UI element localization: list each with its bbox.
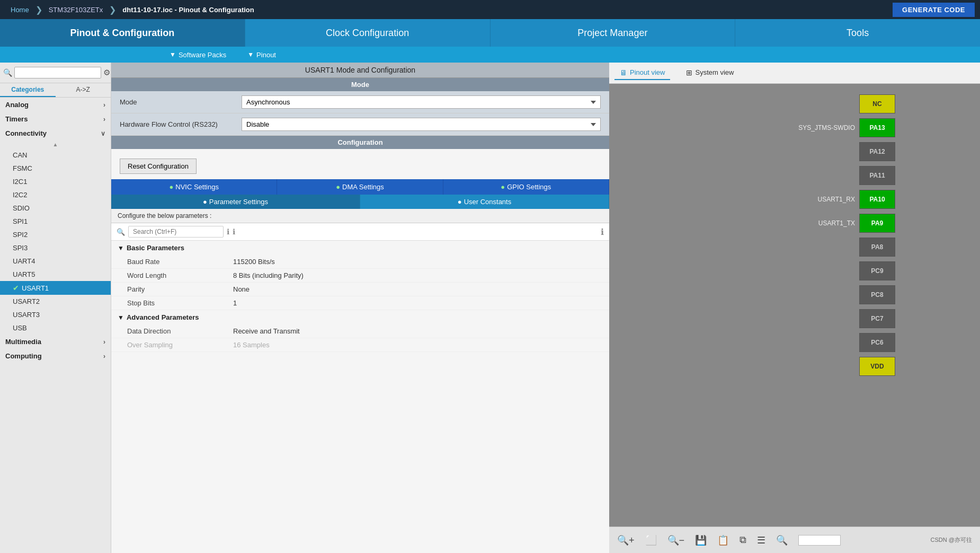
pin-nc[interactable]: NC xyxy=(855,94,895,113)
sidebar-section-multimedia[interactable]: Multimedia › xyxy=(0,335,111,349)
layout-button[interactable]: 📋 xyxy=(717,534,729,546)
pin-pa12[interactable]: PA12 xyxy=(855,142,895,161)
sidebar-item-sdio[interactable]: SDIO xyxy=(0,201,111,215)
pin-pc7[interactable]: PC7 xyxy=(855,309,895,328)
hardware-flow-select[interactable]: Disable CTS Only RTS Only xyxy=(242,118,601,131)
zoom-in-button[interactable]: 🔍+ xyxy=(617,534,635,546)
check-icon-params: ● xyxy=(203,198,207,206)
generate-code-button[interactable]: GENERATE CODE xyxy=(893,3,975,17)
breadcrumb-home[interactable]: Home xyxy=(5,4,34,16)
sidebar-item-uart5[interactable]: UART5 xyxy=(0,268,111,281)
pinout-search-input[interactable] xyxy=(798,535,841,546)
sidebar-item-usb[interactable]: USB xyxy=(0,321,111,335)
pin-pa9[interactable]: USART1_TX PA9 xyxy=(818,214,895,233)
breadcrumb-sep-2: ❯ xyxy=(109,5,116,15)
tab-nvic-settings[interactable]: ● NVIC Settings xyxy=(111,179,277,195)
sidebar-item-fsmc[interactable]: FSMC xyxy=(0,162,111,175)
pin-vdd[interactable]: VDD xyxy=(855,357,895,376)
list-button[interactable]: ☰ xyxy=(757,534,765,546)
mode-select[interactable]: Asynchronous Disable Synchronous xyxy=(242,95,601,109)
tab-dma-settings[interactable]: ● DMA Settings xyxy=(277,179,443,195)
sidebar-section-connectivity[interactable]: Connectivity ∨ xyxy=(0,126,111,141)
breadcrumb-mcu[interactable]: STM32F103ZETx xyxy=(43,4,109,16)
pin-pc8-box[interactable]: PC8 xyxy=(859,285,895,304)
sidebar-item-can[interactable]: CAN xyxy=(0,148,111,162)
sidebar-item-usart3[interactable]: USART3 xyxy=(0,308,111,321)
pin-pa9-box[interactable]: PA9 xyxy=(859,214,895,233)
fit-view-button[interactable]: ⬜ xyxy=(645,534,657,546)
advanced-params-label: Advanced Parameters xyxy=(127,313,199,321)
tab-dma-label: DMA Settings xyxy=(342,183,384,191)
sidebar-section-computing-label: Computing xyxy=(5,352,42,360)
content-area: 🔍 ⚙ Categories A->Z Analog › Timers › Co… xyxy=(0,63,980,553)
info-icon-2[interactable]: ℹ xyxy=(233,227,235,236)
sidebar-item-usart1[interactable]: ✔ USART1 xyxy=(0,281,111,295)
sub-tab-software-packs-label: Software Packs xyxy=(179,51,226,59)
pin-pa10-box[interactable]: PA10 xyxy=(859,190,895,209)
mode-section: Mode Mode Asynchronous Disable Synchrono… xyxy=(111,78,609,136)
sidebar-item-i2c2[interactable]: I2C2 xyxy=(0,188,111,201)
word-length-label: Word Length xyxy=(127,271,233,279)
pin-pa13[interactable]: SYS_JTMS-SWDIO PA13 xyxy=(798,118,895,137)
pinout-canvas: NC SYS_JTMS-SWDIO PA13 PA12 PA11 USART1_… xyxy=(609,84,980,526)
pin-pc9-box[interactable]: PC9 xyxy=(859,261,895,280)
data-direction-label: Data Direction xyxy=(127,327,233,335)
sidebar-item-spi2[interactable]: SPI2 xyxy=(0,228,111,241)
pinout-view-icon: 🖥 xyxy=(620,68,627,77)
sub-tab-pinout[interactable]: ▼ Pinout xyxy=(237,47,287,63)
tab-pinout-configuration[interactable]: Pinout & Configuration xyxy=(0,19,245,47)
reset-configuration-button[interactable]: Reset Configuration xyxy=(120,159,197,174)
split-button[interactable]: ⧉ xyxy=(740,534,746,546)
tab-gpio-settings[interactable]: ● GPIO Settings xyxy=(443,179,609,195)
sidebar-tab-categories[interactable]: Categories xyxy=(0,83,56,97)
pin-pa11[interactable]: PA11 xyxy=(855,166,895,185)
sidebar-search-input[interactable] xyxy=(14,67,101,78)
sidebar-section-analog[interactable]: Analog › xyxy=(0,98,111,112)
basic-params-header[interactable]: ▼ Basic Parameters xyxy=(111,241,609,255)
sidebar-item-spi1[interactable]: SPI1 xyxy=(0,215,111,228)
sub-tab-software-packs[interactable]: ▼ Software Packs xyxy=(159,47,237,63)
tab-user-constants[interactable]: ● User Constants xyxy=(360,195,609,209)
params-search-input[interactable] xyxy=(128,226,224,238)
info-icon-right[interactable]: ℹ xyxy=(601,227,604,237)
pin-pc7-box[interactable]: PC7 xyxy=(859,309,895,328)
stop-bits-label: Stop Bits xyxy=(127,299,233,307)
zoom-out-button[interactable]: 🔍− xyxy=(667,534,685,546)
sidebar-section-multimedia-label: Multimedia xyxy=(5,338,41,346)
pin-pa8[interactable]: PA8 xyxy=(855,238,895,257)
pin-pa11-box[interactable]: PA11 xyxy=(859,166,895,185)
param-row-stop-bits: Stop Bits 1 xyxy=(111,296,609,310)
pin-vdd-box[interactable]: VDD xyxy=(859,357,895,376)
pin-pc6-box[interactable]: PC6 xyxy=(859,333,895,352)
pin-nc-box[interactable]: NC xyxy=(859,94,895,113)
search-icon-bottom[interactable]: 🔍 xyxy=(776,534,788,546)
tab-tools[interactable]: Tools xyxy=(735,19,980,47)
system-view-button[interactable]: ⊞ System view xyxy=(681,66,739,80)
tab-parameter-settings[interactable]: ● Parameter Settings xyxy=(111,195,360,209)
advanced-params-header[interactable]: ▼ Advanced Parameters xyxy=(111,310,609,324)
pin-pa10[interactable]: USART1_RX PA10 xyxy=(818,190,895,209)
pin-pc9[interactable]: PC9 xyxy=(855,261,895,280)
pin-pa12-box[interactable]: PA12 xyxy=(859,142,895,161)
info-circle-icon[interactable]: ℹ xyxy=(227,227,229,236)
sidebar-tab-az[interactable]: A->Z xyxy=(56,83,111,97)
pin-pc6[interactable]: PC6 xyxy=(855,333,895,352)
save-button[interactable]: 💾 xyxy=(695,534,707,546)
breadcrumb-project[interactable]: dht11-10-17.ioc - Pinout & Configuration xyxy=(117,4,259,16)
config-tabs-row2: ● Parameter Settings ● User Constants xyxy=(111,195,609,209)
chevron-down-icon-4: ▼ xyxy=(118,244,124,252)
pin-pa10-signal: USART1_RX xyxy=(818,196,855,203)
sidebar-section-timers[interactable]: Timers › xyxy=(0,112,111,126)
pin-pa8-box[interactable]: PA8 xyxy=(859,238,895,257)
tab-clock-configuration[interactable]: Clock Configuration xyxy=(245,19,491,47)
pin-pa13-box[interactable]: PA13 xyxy=(859,118,895,137)
sidebar-section-computing[interactable]: Computing › xyxy=(0,349,111,363)
gear-icon[interactable]: ⚙ xyxy=(103,68,110,77)
sidebar-item-uart4[interactable]: UART4 xyxy=(0,254,111,268)
sidebar-item-spi3[interactable]: SPI3 xyxy=(0,241,111,254)
sidebar-item-usart2[interactable]: USART2 xyxy=(0,295,111,308)
sidebar-item-i2c1[interactable]: I2C1 xyxy=(0,175,111,188)
tab-project-manager[interactable]: Project Manager xyxy=(491,19,736,47)
pinout-view-button[interactable]: 🖥 Pinout view xyxy=(614,66,670,80)
pin-pc8[interactable]: PC8 xyxy=(855,285,895,304)
